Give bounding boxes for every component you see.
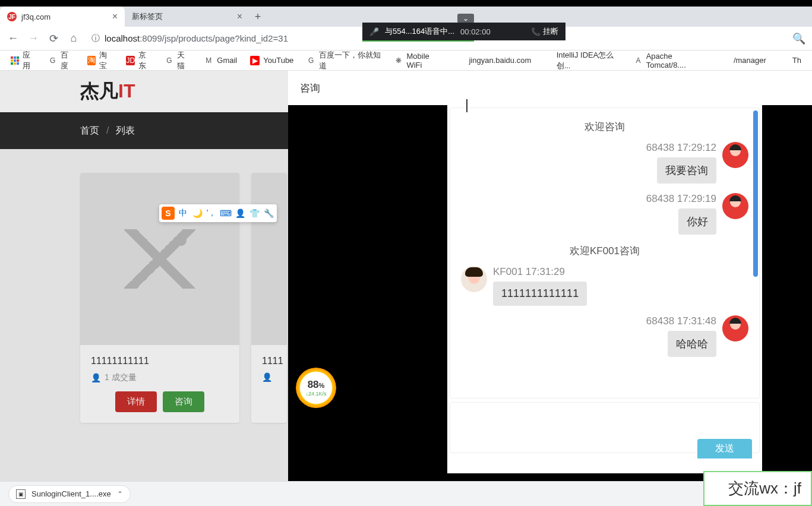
product-meta: 👤 [262,372,276,382]
scrollbar[interactable] [753,110,758,277]
bookmark-item[interactable]: AApache Tomcat/8.... [629,49,712,72]
apps-icon [11,56,19,65]
file-icon: ▣ [16,489,26,499]
speed-badge[interactable]: 88% ↓24.1K/s [296,368,336,408]
url-text: localhost:8099/jsp/products/page?kind_id… [105,33,288,43]
bookmark-item[interactable]: Th [775,53,806,68]
call-progress [362,40,474,42]
bookmark-icon [779,56,789,65]
product-meta: 👤 1 成交量 [91,372,229,383]
download-item[interactable]: ▣ SunloginClient_1....exe ⌃ [8,485,131,503]
bookmark-icon [544,56,552,65]
person-icon[interactable]: 👤 [234,207,246,219]
bookmark-item[interactable]: ▶YouTube [245,53,298,68]
bookmark-item[interactable]: 应用 [6,48,40,74]
keyboard-icon[interactable]: ⌨ [220,207,232,219]
call-overlay: 🎤 与554...164语音中... 00:02:00 📞 挂断 [362,23,565,40]
wrench-icon[interactable]: 🔧 [263,207,274,219]
hangup-label: 挂断 [543,26,558,37]
bookmark-item[interactable]: MGmail [199,53,242,68]
message-meta: 68438 17:29:12 [646,142,716,154]
watermark: 交流wx：jf [703,471,812,506]
bookmark-icon: G [165,56,173,65]
product-buttons: 详情 咨询 [91,391,229,412]
tab-dropdown-icon[interactable]: ⌄ [457,14,474,23]
zoom-icon[interactable]: 🔍 [791,30,807,47]
bookmark-label: Apache Tomcat/8.... [646,52,707,69]
bookmark-label: Gmail [217,56,237,65]
avatar [722,315,748,341]
close-icon[interactable]: × [237,11,242,22]
call-text: 与554...164语音中... [385,26,454,37]
bookmark-label: Mobile WiFi [406,52,443,69]
chat-messages[interactable]: 欢迎咨询68438 17:29:12我要咨询68438 17:29:19你好欢迎… [450,107,760,399]
url-port: :8099 [140,33,162,43]
bookmark-item[interactable]: 淘淘宝 [83,48,118,74]
bookmark-item[interactable]: ❋Mobile WiFi [390,49,447,72]
bookmark-icon: ❋ [394,56,403,65]
product-grid: 11111111111 👤 1 成交量 详情 咨询 1111 👤 [0,149,288,423]
bookmark-item[interactable]: G百度 [44,48,79,74]
message-bubble: 你好 [678,208,716,235]
ime-mode[interactable]: 中 [177,207,189,219]
bookmark-icon: M [204,56,213,65]
download-filename: SunloginClient_1....exe [31,489,111,498]
reload-button[interactable]: ⟳ [45,30,62,47]
message-bubble: 1111111111111 [493,282,587,306]
bookmark-label: 应用 [23,50,36,71]
bookmark-label: 百度一下，你就知道 [319,50,381,71]
detail-button[interactable]: 详情 [115,391,157,412]
avatar [722,193,748,219]
site-logo[interactable]: 杰凡IT [80,78,135,105]
tab-1[interactable]: JF jf3q.com × [0,7,125,27]
system-message: 欢迎咨询 [461,120,748,134]
bookmark-icon: ▶ [250,56,260,65]
bookmark-item[interactable]: JD京东 [121,48,156,74]
chat-body: 欢迎咨询68438 17:29:12我要咨询68438 17:29:19你好欢迎… [447,105,762,473]
tab-2[interactable]: 新标签页 × [125,7,249,27]
message-bubble: 哈哈哈 [668,331,716,357]
tab-title: jf3q.com [21,12,108,21]
new-tab-button[interactable]: + [249,8,266,25]
breadcrumb-home[interactable]: 首页 [80,125,99,137]
product-image [251,173,287,345]
consult-button[interactable]: 咨询 [163,391,204,412]
bookmark-item[interactable]: jingyan.baidu.com [451,53,536,68]
bookmark-label: jingyan.baidu.com [469,56,531,65]
bookmark-icon: 淘 [87,56,96,65]
punct-icon[interactable]: '， [206,207,217,219]
bookmark-label: 京东 [138,50,152,71]
shirt-icon[interactable]: 👕 [248,207,260,219]
chevron-up-icon[interactable]: ⌃ [117,490,123,498]
favicon-icon: JF [7,12,17,21]
bookmark-item[interactable]: G天猫 [160,48,195,74]
bookmark-label: 百度 [61,50,74,71]
product-title: 1111 [262,356,276,366]
moon-icon[interactable]: 🌙 [191,207,203,219]
send-button[interactable]: 发送 [697,439,752,458]
logo-accent: IT [118,80,135,102]
info-icon: ⓘ [91,33,100,44]
breadcrumb-list: 列表 [116,125,135,137]
bookmark-label: 淘宝 [99,50,113,71]
hangup-button[interactable]: 📞 挂断 [531,26,558,37]
meta-text: 1 成交量 [105,372,137,383]
product-info: 11111111111 👤 1 成交量 详情 咨询 [80,345,239,423]
url-host: localhost [105,33,140,43]
chat-input[interactable]: 发送 [450,402,760,453]
ime-toolbar[interactable]: S 中 🌙 '， ⌨ 👤 👕 🔧 [159,204,277,222]
sogou-icon[interactable]: S [162,207,175,220]
bookmark-icon: G [307,56,315,65]
bookmark-item[interactable]: IntelliJ IDEA怎么创... [539,48,625,74]
back-button[interactable]: ← [5,30,21,47]
bookmark-item[interactable]: /manager [716,53,771,68]
breadcrumb: 首页 / 列表 [0,112,288,149]
message-row: 68438 17:29:12我要咨询 [461,142,748,184]
phone-icon: 📞 [531,27,541,36]
tab-title: 新标签页 [132,11,232,22]
home-button[interactable]: ⌂ [65,30,82,47]
forward-button[interactable]: → [25,30,42,47]
close-icon[interactable]: × [112,11,118,22]
bookmark-item[interactable]: G百度一下，你就知道 [302,48,386,74]
chat-header: 咨询 [288,71,812,105]
